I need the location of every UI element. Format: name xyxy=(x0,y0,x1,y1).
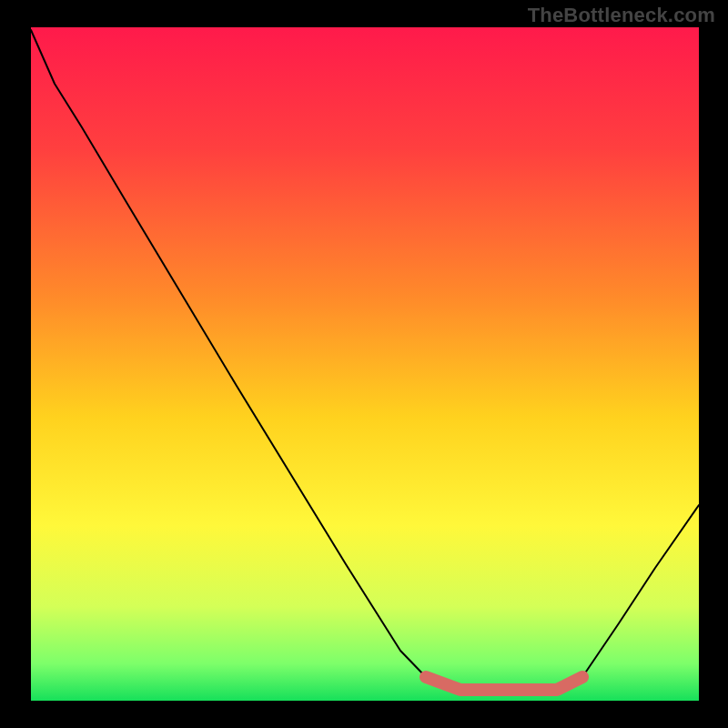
watermark-text: TheBottleneck.com xyxy=(528,4,715,27)
plot-background xyxy=(31,27,699,701)
bottleneck-chart xyxy=(0,0,728,728)
chart-frame: TheBottleneck.com xyxy=(0,0,728,728)
